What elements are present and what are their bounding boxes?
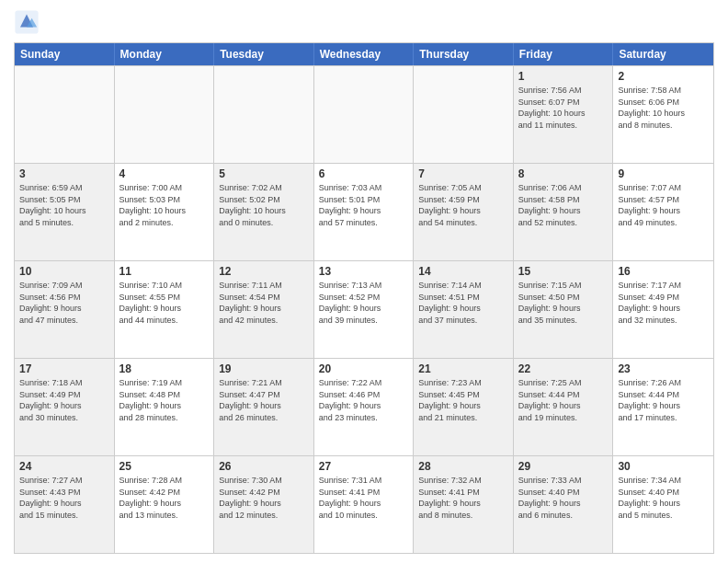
day-info: Sunrise: 7:03 AM Sunset: 5:01 PM Dayligh… (319, 182, 409, 228)
calendar-cell: 2Sunrise: 7:58 AM Sunset: 6:06 PM Daylig… (613, 66, 713, 163)
day-info: Sunrise: 7:25 AM Sunset: 4:44 PM Dayligh… (518, 377, 609, 423)
day-number: 3 (19, 167, 109, 180)
day-info: Sunrise: 7:18 AM Sunset: 4:49 PM Dayligh… (19, 377, 109, 423)
calendar-cell: 16Sunrise: 7:17 AM Sunset: 4:49 PM Dayli… (613, 261, 713, 358)
day-number: 9 (618, 167, 709, 180)
calendar-cell: 26Sunrise: 7:30 AM Sunset: 4:42 PM Dayli… (214, 456, 314, 553)
calendar-cell: 5Sunrise: 7:02 AM Sunset: 5:02 PM Daylig… (214, 164, 314, 260)
calendar-cell: 17Sunrise: 7:18 AM Sunset: 4:49 PM Dayli… (15, 359, 115, 455)
day-number: 26 (219, 460, 309, 473)
calendar-cell: 11Sunrise: 7:10 AM Sunset: 4:55 PM Dayli… (115, 261, 215, 358)
weekday-header: Friday (514, 43, 614, 65)
calendar-cell: 12Sunrise: 7:11 AM Sunset: 4:54 PM Dayli… (214, 261, 314, 358)
day-info: Sunrise: 7:14 AM Sunset: 4:51 PM Dayligh… (418, 280, 508, 326)
day-info: Sunrise: 7:00 AM Sunset: 5:03 PM Dayligh… (119, 182, 210, 228)
day-info: Sunrise: 7:58 AM Sunset: 6:06 PM Dayligh… (618, 85, 709, 131)
calendar-cell: 22Sunrise: 7:25 AM Sunset: 4:44 PM Dayli… (514, 359, 614, 455)
day-number: 10 (19, 265, 109, 278)
day-number: 7 (418, 167, 508, 180)
day-number: 19 (219, 362, 309, 375)
day-info: Sunrise: 7:27 AM Sunset: 4:43 PM Dayligh… (19, 475, 109, 521)
day-info: Sunrise: 7:13 AM Sunset: 4:52 PM Dayligh… (319, 280, 409, 326)
day-info: Sunrise: 7:30 AM Sunset: 4:42 PM Dayligh… (219, 475, 309, 521)
calendar-cell (314, 66, 415, 163)
calendar-cell: 21Sunrise: 7:23 AM Sunset: 4:45 PM Dayli… (414, 359, 514, 455)
page-header (14, 9, 714, 35)
calendar-body: 1Sunrise: 7:56 AM Sunset: 6:07 PM Daylig… (15, 65, 713, 553)
calendar-cell: 28Sunrise: 7:32 AM Sunset: 4:41 PM Dayli… (414, 456, 514, 553)
day-number: 25 (119, 460, 210, 473)
page: SundayMondayTuesdayWednesdayThursdayFrid… (0, 0, 728, 563)
day-number: 4 (119, 167, 210, 180)
day-number: 5 (219, 167, 309, 180)
day-info: Sunrise: 7:07 AM Sunset: 4:57 PM Dayligh… (618, 182, 709, 228)
day-number: 16 (618, 265, 709, 278)
weekday-header: Saturday (613, 43, 713, 65)
calendar-cell (214, 66, 314, 163)
calendar-cell (414, 66, 514, 163)
day-info: Sunrise: 6:59 AM Sunset: 5:05 PM Dayligh… (19, 182, 109, 228)
day-number: 24 (19, 460, 109, 473)
calendar-cell: 8Sunrise: 7:06 AM Sunset: 4:58 PM Daylig… (514, 164, 614, 260)
day-info: Sunrise: 7:09 AM Sunset: 4:56 PM Dayligh… (19, 280, 109, 326)
calendar-cell (115, 66, 215, 163)
day-number: 22 (518, 362, 609, 375)
weekday-header: Sunday (15, 43, 115, 65)
day-info: Sunrise: 7:05 AM Sunset: 4:59 PM Dayligh… (418, 182, 508, 228)
day-number: 28 (418, 460, 508, 473)
day-info: Sunrise: 7:17 AM Sunset: 4:49 PM Dayligh… (618, 280, 709, 326)
day-info: Sunrise: 7:22 AM Sunset: 4:46 PM Dayligh… (319, 377, 409, 423)
calendar: SundayMondayTuesdayWednesdayThursdayFrid… (14, 42, 714, 554)
calendar-cell: 14Sunrise: 7:14 AM Sunset: 4:51 PM Dayli… (414, 261, 514, 358)
day-number: 15 (518, 265, 609, 278)
weekday-header: Monday (115, 43, 215, 65)
day-number: 29 (518, 460, 609, 473)
day-number: 13 (319, 265, 409, 278)
calendar-header: SundayMondayTuesdayWednesdayThursdayFrid… (15, 43, 713, 65)
calendar-cell (15, 66, 115, 163)
calendar-cell: 18Sunrise: 7:19 AM Sunset: 4:48 PM Dayli… (115, 359, 215, 455)
day-number: 6 (319, 167, 409, 180)
day-info: Sunrise: 7:19 AM Sunset: 4:48 PM Dayligh… (119, 377, 210, 423)
day-info: Sunrise: 7:15 AM Sunset: 4:50 PM Dayligh… (518, 280, 609, 326)
calendar-cell: 29Sunrise: 7:33 AM Sunset: 4:40 PM Dayli… (514, 456, 614, 553)
calendar-cell: 3Sunrise: 6:59 AM Sunset: 5:05 PM Daylig… (15, 164, 115, 260)
day-info: Sunrise: 7:02 AM Sunset: 5:02 PM Dayligh… (219, 182, 309, 228)
calendar-cell: 4Sunrise: 7:00 AM Sunset: 5:03 PM Daylig… (115, 164, 215, 260)
day-info: Sunrise: 7:23 AM Sunset: 4:45 PM Dayligh… (418, 377, 508, 423)
calendar-cell: 23Sunrise: 7:26 AM Sunset: 4:44 PM Dayli… (613, 359, 713, 455)
day-info: Sunrise: 7:34 AM Sunset: 4:40 PM Dayligh… (618, 475, 709, 521)
day-info: Sunrise: 7:31 AM Sunset: 4:41 PM Dayligh… (319, 475, 409, 521)
weekday-header: Tuesday (214, 43, 314, 65)
day-number: 1 (518, 70, 609, 83)
calendar-cell: 25Sunrise: 7:28 AM Sunset: 4:42 PM Dayli… (115, 456, 215, 553)
day-number: 12 (219, 265, 309, 278)
day-number: 14 (418, 265, 508, 278)
day-number: 2 (618, 70, 709, 83)
calendar-cell: 24Sunrise: 7:27 AM Sunset: 4:43 PM Dayli… (15, 456, 115, 553)
calendar-cell: 19Sunrise: 7:21 AM Sunset: 4:47 PM Dayli… (214, 359, 314, 455)
day-info: Sunrise: 7:32 AM Sunset: 4:41 PM Dayligh… (418, 475, 508, 521)
day-info: Sunrise: 7:11 AM Sunset: 4:54 PM Dayligh… (219, 280, 309, 326)
day-info: Sunrise: 7:33 AM Sunset: 4:40 PM Dayligh… (518, 475, 609, 521)
day-info: Sunrise: 7:06 AM Sunset: 4:58 PM Dayligh… (518, 182, 609, 228)
calendar-row: 3Sunrise: 6:59 AM Sunset: 5:05 PM Daylig… (15, 163, 713, 260)
calendar-cell: 9Sunrise: 7:07 AM Sunset: 4:57 PM Daylig… (613, 164, 713, 260)
day-number: 18 (119, 362, 210, 375)
day-number: 30 (618, 460, 709, 473)
day-number: 11 (119, 265, 210, 278)
calendar-cell: 7Sunrise: 7:05 AM Sunset: 4:59 PM Daylig… (414, 164, 514, 260)
calendar-row: 17Sunrise: 7:18 AM Sunset: 4:49 PM Dayli… (15, 358, 713, 455)
day-number: 8 (518, 167, 609, 180)
calendar-cell: 10Sunrise: 7:09 AM Sunset: 4:56 PM Dayli… (15, 261, 115, 358)
day-number: 17 (19, 362, 109, 375)
calendar-cell: 27Sunrise: 7:31 AM Sunset: 4:41 PM Dayli… (314, 456, 415, 553)
calendar-cell: 15Sunrise: 7:15 AM Sunset: 4:50 PM Dayli… (514, 261, 614, 358)
weekday-header: Thursday (414, 43, 514, 65)
day-number: 23 (618, 362, 709, 375)
calendar-cell: 1Sunrise: 7:56 AM Sunset: 6:07 PM Daylig… (514, 66, 614, 163)
day-info: Sunrise: 7:56 AM Sunset: 6:07 PM Dayligh… (518, 85, 609, 131)
day-info: Sunrise: 7:28 AM Sunset: 4:42 PM Dayligh… (119, 475, 210, 521)
logo-icon (14, 9, 40, 35)
calendar-row: 1Sunrise: 7:56 AM Sunset: 6:07 PM Daylig… (15, 65, 713, 163)
